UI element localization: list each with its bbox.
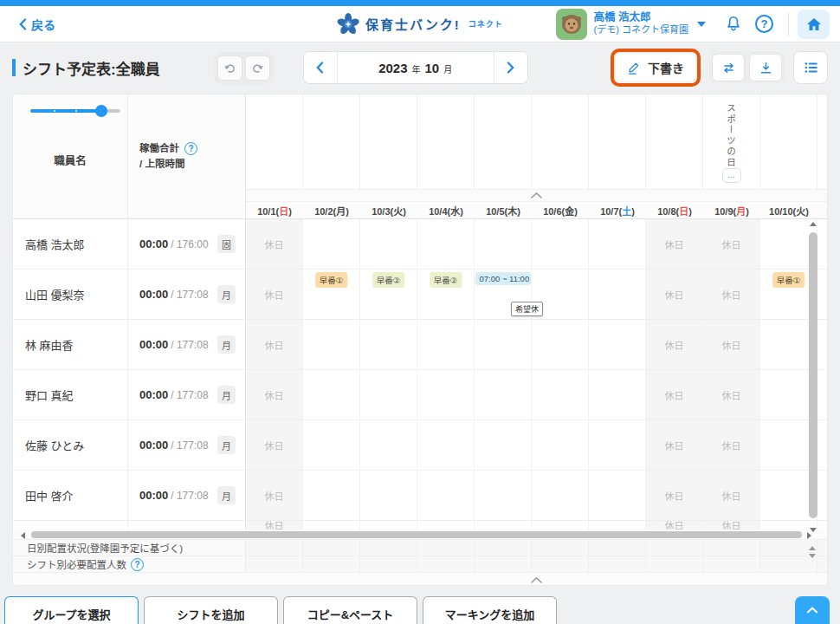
shift-cell[interactable]: 休日 (646, 320, 703, 369)
scroll-up-arrow-icon[interactable] (810, 222, 817, 226)
required-staff-help-icon[interactable]: ? (131, 558, 144, 571)
shift-cell[interactable] (817, 420, 827, 470)
draft-button[interactable]: 下書き (616, 54, 695, 81)
shift-cell[interactable]: 休日 (703, 471, 760, 520)
shift-cell[interactable]: 休日 (246, 420, 303, 470)
list-view-button[interactable] (793, 51, 828, 84)
day-note-cell-10/1[interactable] (246, 94, 303, 189)
day-note-cell-10/9[interactable]: スポーツの日… (703, 94, 760, 189)
notifications-button[interactable] (724, 15, 743, 34)
shift-cell[interactable]: 早番② (417, 270, 475, 319)
day-note-cell-10/11[interactable] (817, 94, 827, 189)
shift-cell[interactable]: 休日 (246, 370, 303, 419)
shift-cell[interactable] (817, 219, 827, 269)
action-button-4[interactable]: マーキングを追加 (423, 596, 557, 624)
shift-cell[interactable]: 早番① (303, 270, 360, 319)
shift-cell[interactable] (360, 320, 417, 369)
day-note-cell-10/8[interactable] (646, 94, 703, 189)
scroll-to-top-button[interactable] (795, 596, 830, 624)
slider-handle[interactable] (95, 105, 107, 117)
shift-cell[interactable] (303, 471, 360, 520)
shift-cell[interactable] (303, 320, 360, 369)
shift-badge[interactable]: 早番② (372, 272, 405, 288)
shift-cell[interactable] (475, 370, 532, 419)
shift-cell[interactable] (417, 471, 475, 520)
shift-cell[interactable]: 希望休 (532, 270, 589, 319)
shift-cell[interactable] (303, 420, 360, 470)
shift-cell[interactable] (532, 320, 589, 369)
shift-cell[interactable]: 早番② (360, 270, 417, 319)
shift-cell[interactable] (475, 420, 532, 470)
shift-cell[interactable]: 休日 (703, 320, 760, 369)
shift-cell[interactable]: 休日 (703, 370, 760, 419)
shift-cell[interactable] (532, 219, 589, 269)
shift-cell[interactable] (589, 521, 646, 530)
sync-button[interactable] (712, 54, 745, 81)
shift-cell[interactable]: 休日 (246, 219, 303, 269)
avatar[interactable] (556, 9, 587, 40)
shift-cell[interactable] (360, 370, 417, 419)
home-button[interactable] (798, 10, 830, 39)
mini-down-arrow-icon[interactable] (809, 554, 816, 558)
shift-cell[interactable] (475, 219, 532, 269)
shift-cell[interactable]: 休日 (703, 270, 760, 319)
shift-cell[interactable]: 休日 (646, 521, 703, 530)
shift-cell[interactable] (589, 320, 646, 369)
next-month-button[interactable] (494, 52, 527, 83)
undo-button[interactable] (217, 55, 242, 81)
shift-cell[interactable] (360, 471, 417, 520)
day-note-cell-10/4[interactable] (417, 94, 475, 189)
user-texts[interactable]: 高橋 浩太郎 (デモ) コネクト保育園 (594, 11, 688, 36)
user-menu-caret-icon[interactable] (697, 22, 706, 27)
shift-cell[interactable] (817, 471, 827, 520)
shift-cell[interactable] (417, 370, 475, 419)
shift-cell[interactable] (303, 521, 360, 530)
back-button[interactable]: 戻る (19, 16, 55, 33)
footer-mini-scroll[interactable] (809, 546, 816, 558)
holiday-more-button[interactable]: … (722, 168, 741, 183)
shift-cell[interactable]: 休日 (646, 270, 703, 319)
shift-cell[interactable] (817, 521, 827, 530)
shift-cell[interactable] (532, 420, 589, 470)
scroll-right-arrow-icon[interactable] (807, 532, 811, 539)
day-note-cell-10/5[interactable] (475, 94, 532, 189)
shift-cell[interactable] (589, 471, 646, 520)
hours-help-icon[interactable]: ? (184, 142, 197, 155)
shift-cell[interactable]: 休日 (703, 521, 760, 530)
shift-badge[interactable]: 早番② (430, 272, 462, 288)
shift-cell[interactable]: 休日 (646, 370, 703, 419)
redo-button[interactable] (245, 55, 270, 81)
day-note-cell-10/2[interactable] (303, 94, 360, 189)
shift-cell[interactable] (475, 320, 532, 369)
day-note-cell-10/3[interactable] (360, 94, 417, 189)
shift-cell[interactable] (475, 521, 532, 530)
day-note-cell-10/7[interactable] (589, 94, 646, 189)
shift-cell[interactable]: 休日 (246, 521, 303, 530)
mini-up-arrow-icon[interactable] (809, 546, 816, 550)
shift-cell[interactable]: 休日 (703, 420, 760, 470)
scroll-left-arrow-icon[interactable] (21, 532, 25, 539)
vertical-scrollbar[interactable] (809, 222, 817, 532)
action-button-1[interactable]: グループを選択 (4, 596, 139, 624)
day-note-cell-10/10[interactable] (760, 94, 817, 189)
help-button[interactable]: ? (755, 15, 773, 33)
current-month-display[interactable]: 2023 年 10 月 (337, 52, 494, 83)
shift-cell[interactable] (417, 320, 475, 369)
shift-cell[interactable] (303, 370, 360, 419)
shift-cell[interactable] (532, 521, 589, 530)
shift-cell[interactable] (817, 270, 827, 319)
horizontal-scrollbar[interactable] (13, 530, 827, 540)
shift-badge[interactable]: 早番① (772, 272, 805, 288)
shift-badge[interactable]: 早番① (315, 272, 348, 288)
zoom-slider[interactable] (30, 109, 120, 113)
day-note-cell-10/6[interactable] (532, 94, 589, 189)
action-button-2[interactable]: シフトを追加 (144, 596, 278, 624)
shift-cell[interactable] (417, 219, 475, 269)
shift-cell[interactable]: 休日 (246, 270, 303, 319)
previous-month-button[interactable] (304, 52, 337, 83)
shift-cell[interactable] (303, 219, 360, 269)
shift-cell[interactable]: 休日 (246, 471, 303, 520)
shift-cell[interactable] (417, 521, 475, 530)
shift-cell[interactable]: 休日 (703, 219, 760, 269)
scroll-down-arrow-icon[interactable] (810, 528, 817, 532)
